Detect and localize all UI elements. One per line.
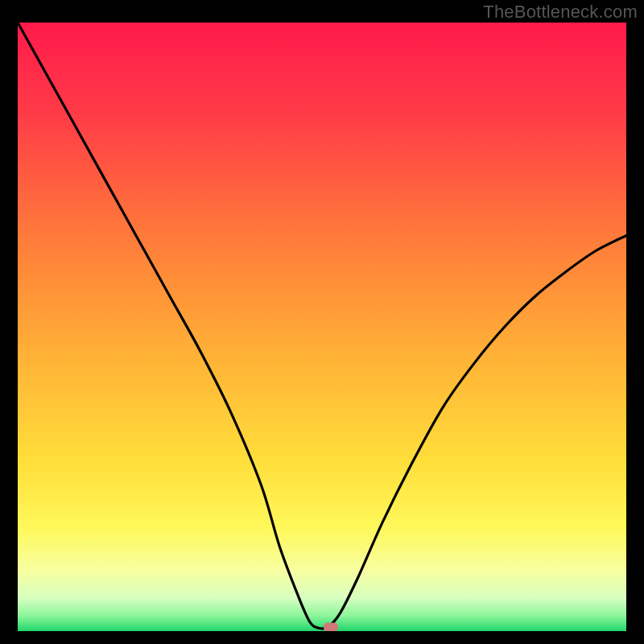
plot-area [18, 23, 626, 631]
minimum-marker [324, 623, 338, 631]
bottleneck-curve [18, 23, 626, 631]
chart-frame: TheBottleneck.com [0, 0, 644, 644]
watermark-text: TheBottleneck.com [483, 2, 638, 23]
